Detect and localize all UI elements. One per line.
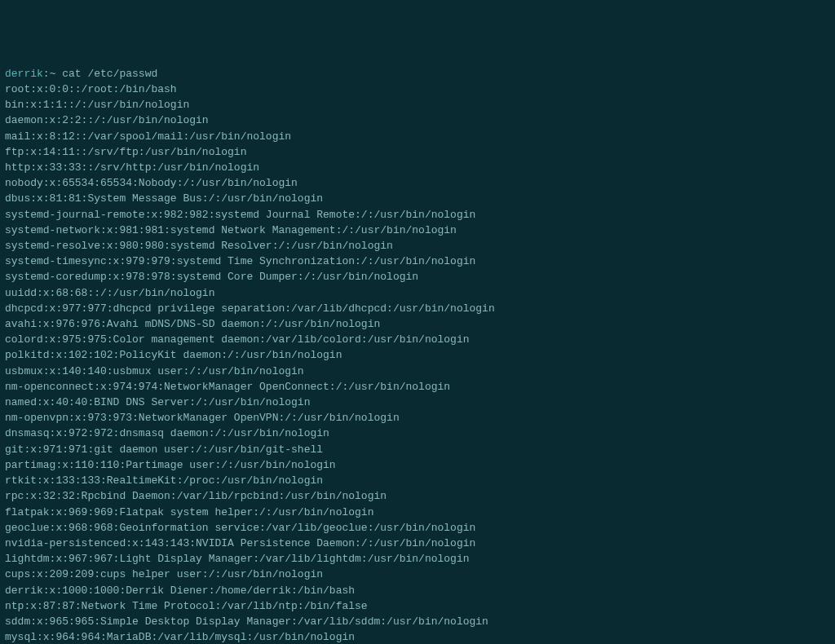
output-line: colord:x:975:975:Color management daemon… (5, 332, 830, 347)
output-line: systemd-timesync:x:979:979:systemd Time … (5, 254, 830, 269)
output-line: dnsmasq:x:972:972:dnsmasq daemon:/:/usr/… (5, 426, 830, 441)
output-line: geoclue:x:968:968:Geoinformation service… (5, 520, 830, 536)
output-line: nm-openvpn:x:973:973:NetworkManager Open… (5, 410, 830, 426)
output-line: mysql:x:964:964:MariaDB:/var/lib/mysql:/… (5, 629, 830, 644)
output-line: named:x:40:40:BIND DNS Server:/:/usr/bin… (5, 395, 830, 410)
output-line: systemd-resolve:x:980:980:systemd Resolv… (5, 238, 830, 254)
command-text: cat /etc/passwd (62, 68, 157, 80)
output-line: systemd-journal-remote:x:982:982:systemd… (5, 207, 830, 223)
output-line: systemd-network:x:981:981:systemd Networ… (5, 223, 830, 238)
output-line: dhcpcd:x:977:977:dhcpcd privilege separa… (5, 301, 830, 316)
output-line: flatpak:x:969:969:Flatpak system helper:… (5, 505, 830, 520)
output-line: ftp:x:14:11::/srv/ftp:/usr/bin/nologin (5, 144, 830, 160)
output-line: rpc:x:32:32:Rpcbind Daemon:/var/lib/rpcb… (5, 488, 830, 504)
prompt-separator: : (43, 68, 50, 80)
output-line: dbus:x:81:81:System Message Bus:/:/usr/b… (5, 191, 830, 206)
output-line: root:x:0:0::/root:/bin/bash (5, 82, 830, 97)
terminal-output: root:x:0:0::/root:/bin/bashbin:x:1:1::/:… (5, 82, 830, 644)
output-line: usbmux:x:140:140:usbmux user:/:/usr/bin/… (5, 364, 830, 379)
prompt-line: derrik:~ cat /etc/passwd (5, 66, 830, 82)
output-line: polkitd:x:102:102:PolicyKit daemon:/:/us… (5, 347, 830, 363)
output-line: bin:x:1:1::/:/usr/bin/nologin (5, 97, 830, 112)
output-line: uuidd:x:68:68::/:/usr/bin/nologin (5, 285, 830, 301)
output-line: rtkit:x:133:133:RealtimeKit:/proc:/usr/b… (5, 473, 830, 488)
output-line: mail:x:8:12::/var/spool/mail:/usr/bin/no… (5, 129, 830, 144)
output-line: daemon:x:2:2::/:/usr/bin/nologin (5, 112, 830, 128)
prompt-user: derrik (5, 68, 43, 80)
output-line: ntp:x:87:87:Network Time Protocol:/var/l… (5, 598, 830, 614)
output-line: sddm:x:965:965:Simple Desktop Display Ma… (5, 614, 830, 629)
output-line: derrik:x:1000:1000:Derrik Diener:/home/d… (5, 583, 830, 598)
output-line: nvidia-persistenced:x:143:143:NVIDIA Per… (5, 536, 830, 551)
output-line: cups:x:209:209:cups helper user:/:/usr/b… (5, 567, 830, 582)
output-line: nm-openconnect:x:974:974:NetworkManager … (5, 379, 830, 395)
output-line: git:x:971:971:git daemon user:/:/usr/bin… (5, 442, 830, 457)
output-line: nobody:x:65534:65534:Nobody:/:/usr/bin/n… (5, 175, 830, 191)
terminal-window[interactable]: derrik:~ cat /etc/passwdroot:x:0:0::/roo… (5, 66, 830, 644)
output-line: systemd-coredump:x:978:978:systemd Core … (5, 269, 830, 285)
output-line: http:x:33:33::/srv/http:/usr/bin/nologin (5, 160, 830, 175)
output-line: avahi:x:976:976:Avahi mDNS/DNS-SD daemon… (5, 316, 830, 332)
output-line: partimag:x:110:110:Partimage user:/:/usr… (5, 457, 830, 473)
output-line: lightdm:x:967:967:Light Display Manager:… (5, 551, 830, 567)
